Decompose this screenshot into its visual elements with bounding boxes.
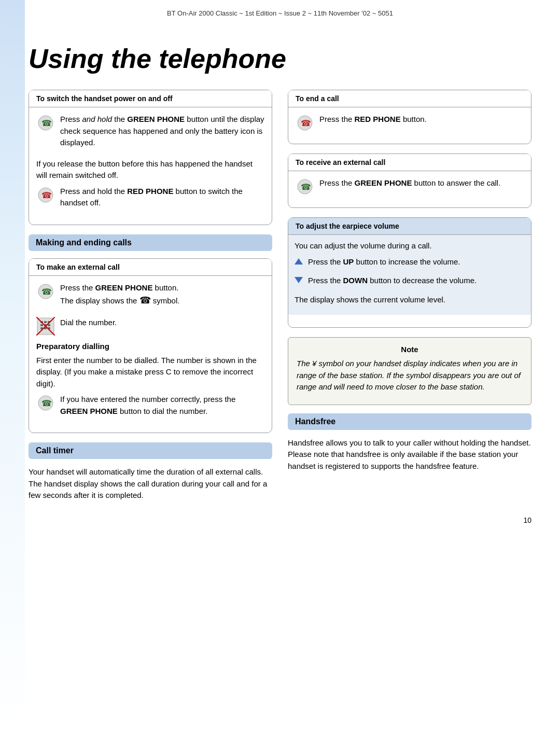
power-para-1: Press and hold the GREEN PHONE button un…: [60, 114, 264, 149]
volume-title: To adjust the earpiece volume: [296, 222, 399, 230]
external-call-para-4: If you have entered the number correctly…: [60, 394, 264, 417]
left-column: To switch the handset power on and off ☎…: [29, 90, 272, 506]
volume-para-4: The display shows the current volume lev…: [295, 294, 525, 306]
external-call-box: To make an external call ☎ Press the GRE…: [29, 258, 272, 434]
external-call-row-1: ☎ Press the GREEN PHONE button. The disp…: [36, 282, 264, 312]
note-box: Note The ¥ symbol on your handset displa…: [288, 337, 531, 405]
svg-text:☎: ☎: [301, 183, 311, 191]
end-call-body: ☎ Press the RED PHONE button.: [288, 107, 531, 132]
receive-call-header: To receive an external call: [288, 154, 531, 171]
page-title: Using the telephone: [29, 22, 531, 90]
page-header: BT On-Air 2000 Classic ~ 1st Edition ~ I…: [0, 0, 560, 22]
keypad-icon: [36, 317, 55, 336]
red-phone-icon-1: ☎: [36, 186, 55, 204]
making-calls-band: Making and ending calls: [29, 234, 272, 251]
external-call-title: To make an external call: [36, 263, 120, 271]
arrow-down-icon: [295, 277, 303, 283]
end-call-box: To end a call ☎ Press the RED PHONE butt…: [288, 90, 531, 144]
volume-down-text: Press the DOWN button to decrease the vo…: [308, 275, 477, 287]
call-timer-band: Call timer: [29, 442, 272, 459]
page-number: 10: [29, 506, 531, 524]
external-call-row-3: ☎ If you have entered the number correct…: [36, 394, 264, 421]
blue-sidebar: [0, 0, 25, 737]
volume-up-text: Press the UP button to increase the volu…: [308, 256, 460, 268]
external-call-text-1: Press the GREEN PHONE button. The displa…: [60, 282, 179, 312]
call-timer-label: Call timer: [36, 446, 74, 455]
preparatory-dialling-text: First enter the number to be dialled. Th…: [36, 355, 264, 390]
red-phone-icon-2: ☎: [296, 114, 314, 132]
external-call-body: ☎ Press the GREEN PHONE button. The disp…: [29, 276, 272, 422]
external-call-header: To make an external call: [29, 259, 272, 276]
power-on-off-box: To switch the handset power on and off ☎…: [29, 90, 272, 225]
svg-text:☎: ☎: [41, 399, 52, 408]
header-text: BT On-Air 2000 Classic ~ 1st Edition ~ I…: [167, 9, 393, 17]
end-call-row: ☎ Press the RED PHONE button.: [296, 114, 524, 132]
receive-call-box: To receive an external call ☎ Press the …: [288, 154, 531, 208]
volume-down-row: Press the DOWN button to decrease the vo…: [295, 275, 525, 291]
note-title: Note: [297, 345, 523, 354]
making-calls-label: Making and ending calls: [36, 238, 132, 247]
handsfree-label: Handsfree: [295, 417, 335, 426]
power-row-2: ☎ Press and hold the RED PHONE button to…: [36, 186, 264, 213]
svg-text:☎: ☎: [41, 119, 52, 128]
volume-up-row: Press the UP button to increase the volu…: [295, 256, 525, 272]
preparatory-dialling-heading: Preparatory dialling: [36, 341, 264, 353]
receive-call-body: ☎ Press the GREEN PHONE button to answer…: [288, 171, 531, 196]
call-timer-text: Your handset will automatically time the…: [29, 466, 272, 502]
svg-rect-10: [40, 324, 43, 326]
green-phone-icon-1: ☎: [36, 114, 55, 132]
right-column: To end a call ☎ Press the RED PHONE butt…: [288, 90, 531, 506]
svg-text:☎: ☎: [301, 119, 311, 128]
volume-body: You can adjust the volume during a call.…: [288, 235, 531, 315]
two-col-layout: To switch the handset power on and off ☎…: [29, 90, 531, 506]
power-para-3: Press and hold the RED PHONE button to s…: [60, 186, 264, 209]
end-call-title: To end a call: [296, 94, 339, 103]
dial-number-text: Dial the number.: [60, 317, 117, 329]
receive-call-title: To receive an external call: [296, 158, 385, 166]
power-on-off-body: ☎ Press and hold the GREEN PHONE button …: [29, 107, 272, 213]
volume-header: To adjust the earpiece volume: [288, 218, 531, 235]
arrow-up-icon: [295, 258, 303, 265]
receive-call-text: Press the GREEN PHONE button to answer t…: [319, 177, 500, 189]
power-on-off-header: To switch the handset power on and off: [29, 90, 272, 107]
green-phone-icon-3: ☎: [36, 394, 55, 412]
end-call-text: Press the RED PHONE button.: [319, 114, 427, 126]
handsfree-band: Handsfree: [288, 413, 531, 430]
power-on-off-title: To switch the handset power on and off: [36, 94, 173, 103]
volume-box: To adjust the earpiece volume You can ad…: [288, 217, 531, 328]
handsfree-text: Handsfree allows you to talk to your cal…: [288, 437, 531, 472]
end-call-header: To end a call: [288, 90, 531, 107]
volume-para-1: You can adjust the volume during a call.: [295, 240, 525, 252]
svg-rect-8: [44, 321, 47, 323]
svg-text:☎: ☎: [41, 191, 52, 200]
svg-text:☎: ☎: [41, 287, 52, 296]
power-row-1: ☎ Press and hold the GREEN PHONE button …: [36, 114, 264, 153]
green-phone-icon-2: ☎: [36, 282, 55, 301]
receive-call-row: ☎ Press the GREEN PHONE button to answer…: [296, 177, 524, 196]
external-call-row-2: Dial the number.: [36, 317, 264, 336]
power-para-2: If you release the button before this ha…: [36, 158, 264, 182]
note-text: The ¥ symbol on your handset display ind…: [297, 358, 523, 393]
green-phone-icon-4: ☎: [296, 177, 314, 196]
